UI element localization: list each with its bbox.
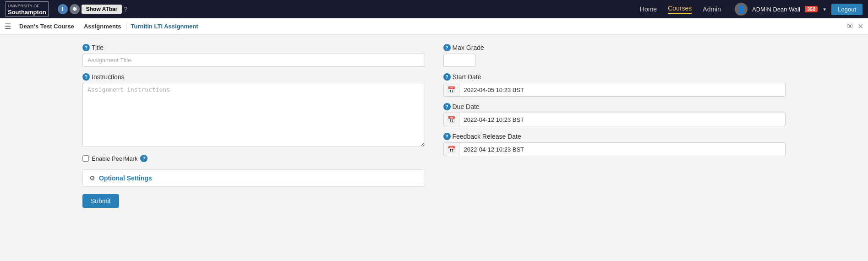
atbar-i-icon[interactable]: I <box>58 4 68 14</box>
admin-name: ADMIN Dean Wall <box>752 6 800 13</box>
peermark-help-icon[interactable]: ? <box>140 155 147 162</box>
atbar-star-icon[interactable]: ✱ <box>70 4 80 14</box>
due-date-wrapper: 📅 2022-04-12 10:23 BST <box>443 113 786 126</box>
sidebar-toggle-icon[interactable]: ☰ <box>5 22 11 31</box>
atbar-group: I ✱ Show ATbar ? <box>58 4 127 14</box>
breadcrumb-actions: 👁 ✕ <box>846 22 863 31</box>
nav-links: Home Courses Admin <box>640 5 721 14</box>
nav-right: 👤 ADMIN Dean Wall 350 ▼ Logout <box>735 3 863 16</box>
notification-badge[interactable]: 350 <box>805 6 818 12</box>
max-grade-label: Max Grade <box>453 44 484 51</box>
start-date-calendar-icon[interactable]: 📅 <box>444 83 459 96</box>
max-grade-group: ? Max Grade <box>443 44 786 67</box>
title-help-icon[interactable]: ? <box>82 44 90 51</box>
avatar: 👤 <box>735 3 748 16</box>
feedback-date-calendar-icon[interactable]: 📅 <box>444 143 459 156</box>
instructions-label: Instructions <box>92 73 125 81</box>
left-column: ? Title ? Instructions Enable PeerMark ? <box>82 44 425 208</box>
atbar-show-button[interactable]: Show ATbar <box>82 5 122 14</box>
instructions-textarea[interactable] <box>82 83 425 147</box>
peermark-label: Enable PeerMark <box>92 155 137 162</box>
optional-settings-panel[interactable]: ⚙ Optional Settings <box>82 169 425 187</box>
close-icon[interactable]: ✕ <box>857 22 863 31</box>
instructions-group: ? Instructions <box>82 73 425 148</box>
submit-button[interactable]: Submit <box>82 194 119 208</box>
nav-home[interactable]: Home <box>640 5 657 13</box>
gear-icon: ⚙ <box>89 174 95 182</box>
logo-line2: Southampton <box>8 9 46 16</box>
atbar-help-icon[interactable]: ? <box>124 5 127 13</box>
instructions-help-icon[interactable]: ? <box>82 73 90 81</box>
start-date-group: ? Start Date 📅 2022-04-05 10:23 BST <box>443 73 786 97</box>
max-grade-input[interactable] <box>443 54 475 67</box>
feedback-date-label: Feedback Release Date <box>453 133 521 140</box>
start-date-label-row: ? Start Date <box>443 73 786 81</box>
due-date-label: Due Date <box>453 103 480 110</box>
logo-line1: UNIVERSITY OF <box>8 4 39 8</box>
logo-text: UNIVERSITY OF Southampton <box>5 1 49 17</box>
breadcrumb-turnitin[interactable]: Turnitin LTI Assignment <box>126 23 203 30</box>
title-label-row: ? Title <box>82 44 425 51</box>
optional-settings-label: Optional Settings <box>99 174 152 182</box>
feedback-date-group: ? Feedback Release Date 📅 2022-04-12 10:… <box>443 133 786 156</box>
due-date-value: 2022-04-12 10:23 BST <box>459 114 786 126</box>
feedback-date-wrapper: 📅 2022-04-12 10:23 BST <box>443 142 786 156</box>
start-date-help-icon[interactable]: ? <box>443 73 451 81</box>
breadcrumb-assignments[interactable]: Assignments <box>79 23 126 30</box>
due-date-label-row: ? Due Date <box>443 103 786 110</box>
visibility-icon[interactable]: 👁 <box>846 22 854 31</box>
form-grid: ? Title ? Instructions Enable PeerMark ? <box>82 44 786 208</box>
feedback-date-help-icon[interactable]: ? <box>443 133 451 140</box>
due-date-group: ? Due Date 📅 2022-04-12 10:23 BST <box>443 103 786 126</box>
peermark-checkbox[interactable] <box>82 155 89 162</box>
title-group: ? Title <box>82 44 425 67</box>
title-input[interactable] <box>82 54 425 67</box>
notification-caret-icon[interactable]: ▼ <box>822 7 827 12</box>
breadcrumb-course[interactable]: Dean's Test Course <box>15 23 79 30</box>
due-date-help-icon[interactable]: ? <box>443 103 451 110</box>
feedback-date-label-row: ? Feedback Release Date <box>443 133 786 140</box>
title-label: Title <box>92 44 104 51</box>
due-date-calendar-icon[interactable]: 📅 <box>444 113 459 126</box>
peermark-row: Enable PeerMark ? <box>82 155 425 162</box>
right-column: ? Max Grade ? Start Date 📅 2022-04-05 10… <box>443 44 786 208</box>
logo: UNIVERSITY OF Southampton <box>5 1 49 17</box>
start-date-value: 2022-04-05 10:23 BST <box>459 84 786 96</box>
nav-admin[interactable]: Admin <box>703 5 721 13</box>
nav-courses[interactable]: Courses <box>668 5 692 14</box>
start-date-wrapper: 📅 2022-04-05 10:23 BST <box>443 83 786 97</box>
instructions-label-row: ? Instructions <box>82 73 425 81</box>
logout-button[interactable]: Logout <box>831 4 863 15</box>
breadcrumb-bar: ☰ Dean's Test Course Assignments Turniti… <box>0 18 868 35</box>
max-grade-help-icon[interactable]: ? <box>443 44 451 51</box>
max-grade-label-row: ? Max Grade <box>443 44 786 51</box>
main-content: ? Title ? Instructions Enable PeerMark ? <box>0 35 868 261</box>
feedback-date-value: 2022-04-12 10:23 BST <box>459 143 786 156</box>
top-nav: UNIVERSITY OF Southampton I ✱ Show ATbar… <box>0 0 868 18</box>
start-date-label: Start Date <box>453 73 481 81</box>
